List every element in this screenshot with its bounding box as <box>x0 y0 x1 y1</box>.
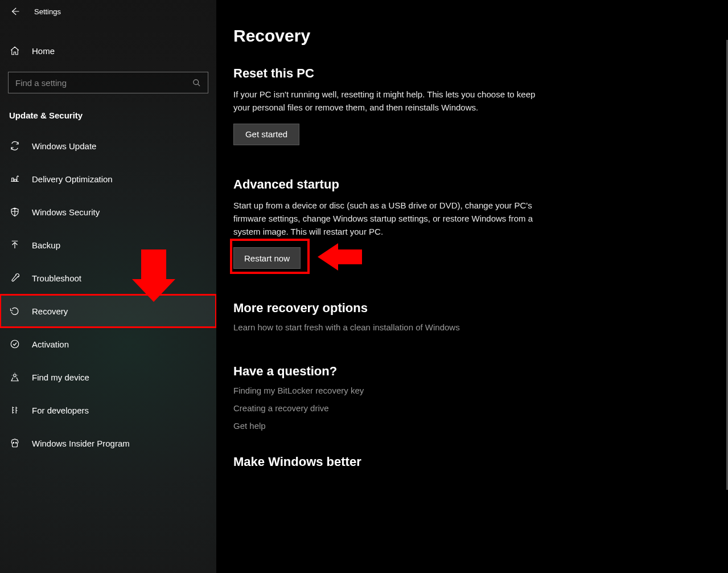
sidebar-item-label: For developers <box>32 406 89 415</box>
link-get-help[interactable]: Get help <box>233 421 717 431</box>
sidebar-item-label: Find my device <box>32 373 89 382</box>
section-reset-pc: Reset this PC If your PC isn't running w… <box>233 66 717 145</box>
sidebar-item-windows-security[interactable]: Windows Security <box>0 195 216 228</box>
svg-point-3 <box>14 374 17 377</box>
reset-heading: Reset this PC <box>233 66 717 81</box>
sidebar-item-label: Recovery <box>32 306 68 316</box>
category-heading: Update & Security <box>0 100 216 126</box>
advanced-heading: Advanced startup <box>233 177 717 192</box>
better-heading: Make Windows better <box>233 455 717 469</box>
sync-icon <box>9 140 20 152</box>
sidebar-nav: Windows Update Delivery Optimization Win… <box>0 129 216 460</box>
wrench-icon <box>9 272 20 284</box>
svg-point-2 <box>11 340 19 348</box>
sidebar-item-delivery-optimization[interactable]: Delivery Optimization <box>0 162 216 195</box>
location-icon <box>9 371 20 383</box>
delivery-icon <box>9 173 20 185</box>
sidebar-item-backup[interactable]: Backup <box>0 228 216 261</box>
sidebar-item-activation[interactable]: Activation <box>0 328 216 361</box>
recovery-icon <box>9 305 20 317</box>
section-have-a-question: Have a question? Finding my BitLocker re… <box>233 364 717 431</box>
sidebar: Settings Home Update & Security <box>0 0 216 573</box>
annotation-arrow-left <box>318 243 362 271</box>
get-started-button[interactable]: Get started <box>233 124 299 145</box>
search-icon <box>192 79 201 87</box>
sidebar-item-label: Windows Update <box>32 141 96 151</box>
sidebar-item-label: Windows Security <box>32 207 100 217</box>
back-icon[interactable] <box>9 6 20 17</box>
link-recovery-drive[interactable]: Creating a recovery drive <box>233 403 717 413</box>
sidebar-item-windows-insider[interactable]: Windows Insider Program <box>0 427 216 460</box>
sidebar-item-recovery[interactable]: Recovery <box>0 294 216 328</box>
sidebar-item-label: Troubleshoot <box>32 273 81 283</box>
developers-icon <box>9 404 20 416</box>
link-bitlocker[interactable]: Finding my BitLocker recovery key <box>233 386 717 395</box>
question-heading: Have a question? <box>233 364 717 379</box>
sidebar-item-for-developers[interactable]: For developers <box>0 394 216 427</box>
svg-point-1 <box>194 79 199 84</box>
search-field[interactable] <box>15 78 192 88</box>
home-label: Home <box>32 46 55 56</box>
search-input[interactable] <box>8 72 208 93</box>
link-start-fresh[interactable]: Learn how to start fresh with a clean in… <box>233 322 717 332</box>
advanced-body: Start up from a device or disc (such as … <box>233 199 552 239</box>
section-make-windows-better: Make Windows better <box>233 455 717 469</box>
app-title: Settings <box>34 7 61 16</box>
shield-icon <box>9 206 20 218</box>
sidebar-item-label: Delivery Optimization <box>32 174 113 184</box>
page-title: Recovery <box>233 26 717 46</box>
sidebar-item-troubleshoot[interactable]: Troubleshoot <box>0 261 216 294</box>
main-content: Recovery Reset this PC If your PC isn't … <box>216 0 728 573</box>
backup-icon <box>9 239 20 251</box>
restart-now-button[interactable]: Restart now <box>233 247 301 269</box>
section-advanced-startup: Advanced startup Start up from a device … <box>233 177 717 269</box>
section-more-recovery: More recovery options Learn how to start… <box>233 301 717 332</box>
sidebar-item-label: Backup <box>32 240 60 250</box>
svg-point-4 <box>13 442 14 443</box>
sidebar-item-label: Windows Insider Program <box>32 439 130 448</box>
sidebar-item-find-my-device[interactable]: Find my device <box>0 361 216 394</box>
check-circle-icon <box>9 338 20 350</box>
sidebar-item-label: Activation <box>32 339 69 349</box>
more-heading: More recovery options <box>233 301 717 316</box>
insider-icon <box>9 437 20 449</box>
sidebar-item-windows-update[interactable]: Windows Update <box>0 129 216 162</box>
svg-point-5 <box>15 442 17 443</box>
reset-body: If your PC isn't running well, resetting… <box>233 88 552 114</box>
home-nav[interactable]: Home <box>0 34 216 67</box>
home-icon <box>9 46 20 56</box>
